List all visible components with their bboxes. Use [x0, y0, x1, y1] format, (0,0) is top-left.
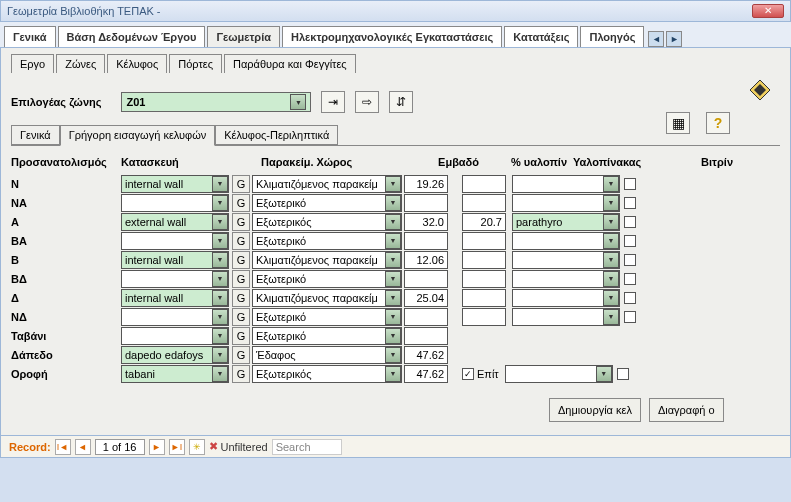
g-button[interactable]: G	[232, 194, 250, 212]
zone-action-2[interactable]: ⇨	[355, 91, 379, 113]
construction-select[interactable]: dapedo edafoys▼	[121, 346, 229, 364]
help-button[interactable]: ?	[706, 112, 730, 134]
glass-pct-field[interactable]: 20.7	[462, 213, 506, 231]
subtab-zones[interactable]: Ζώνες	[56, 54, 105, 73]
area-field[interactable]	[404, 308, 448, 326]
area-field[interactable]: 47.62	[404, 346, 448, 364]
construction-select[interactable]: ▼	[121, 194, 229, 212]
glass-pct-field[interactable]	[462, 175, 506, 193]
adjacent-select[interactable]: Εξωτερικό▼	[252, 232, 402, 250]
glass-table-select[interactable]: parathyro▼	[512, 213, 620, 231]
area-field[interactable]	[404, 270, 448, 288]
tab-project-db[interactable]: Βάση Δεδομένων Έργου	[58, 26, 206, 47]
roof-checkbox[interactable]	[617, 368, 629, 380]
area-field[interactable]: 12.06	[404, 251, 448, 269]
zone-selector[interactable]: Z01 ▼	[121, 92, 311, 112]
create-shell-button[interactable]: Δημιουργία κελ	[549, 398, 641, 422]
glass-table-select[interactable]: ▼	[512, 175, 620, 193]
g-button[interactable]: G	[232, 327, 250, 345]
subtab-project[interactable]: Εργο	[11, 54, 54, 73]
epit-checkbox[interactable]: ✓	[462, 368, 474, 380]
tab-scroll-right[interactable]: ►	[666, 31, 682, 47]
search-input[interactable]: Search	[272, 439, 342, 455]
g-button[interactable]: G	[232, 346, 250, 364]
g-button[interactable]: G	[232, 289, 250, 307]
glass-table-select[interactable]: ▼	[512, 251, 620, 269]
construction-select[interactable]: tabani▼	[121, 365, 229, 383]
subtab-windows[interactable]: Παράθυρα και Φεγγίτες	[224, 54, 356, 73]
construction-select[interactable]: ▼	[121, 270, 229, 288]
construction-select[interactable]: internal wall▼	[121, 251, 229, 269]
vitrine-checkbox[interactable]	[624, 254, 636, 266]
tab-ratings[interactable]: Κατατάξεις	[504, 26, 578, 47]
vitrine-checkbox[interactable]	[624, 273, 636, 285]
construction-select[interactable]: external wall▼	[121, 213, 229, 231]
construction-select[interactable]: internal wall▼	[121, 289, 229, 307]
construction-select[interactable]: ▼	[121, 232, 229, 250]
subtab-doors[interactable]: Πόρτες	[169, 54, 222, 73]
zone-action-3[interactable]: ⇵	[389, 91, 413, 113]
g-button[interactable]: G	[232, 308, 250, 326]
vitrine-checkbox[interactable]	[624, 178, 636, 190]
glass-table-select[interactable]: ▼	[512, 270, 620, 288]
adjacent-select[interactable]: Εξωτερικό▼	[252, 308, 402, 326]
g-button[interactable]: G	[232, 251, 250, 269]
adjacent-select[interactable]: Εξωτερικός▼	[252, 213, 402, 231]
area-field[interactable]: 25.04	[404, 289, 448, 307]
area-field[interactable]: 47.62	[404, 365, 448, 383]
glass-pct-field[interactable]	[462, 232, 506, 250]
record-last[interactable]: ►I	[169, 439, 185, 455]
vitrine-checkbox[interactable]	[624, 311, 636, 323]
calculator-button[interactable]: ▦	[666, 112, 690, 134]
g-button[interactable]: G	[232, 270, 250, 288]
vitrine-checkbox[interactable]	[624, 197, 636, 209]
vitrine-checkbox[interactable]	[624, 235, 636, 247]
tab-general[interactable]: Γενικά	[4, 26, 56, 47]
tab-mep[interactable]: Ηλεκτρομηχανολογικές Εγκαταστάσεις	[282, 26, 502, 47]
glass-table-select[interactable]: ▼	[512, 308, 620, 326]
filter-status[interactable]: Unfiltered	[221, 441, 268, 453]
adjacent-select[interactable]: Κλιματιζόμενος παρακείμ▼	[252, 289, 402, 307]
g-button[interactable]: G	[232, 365, 250, 383]
vitrine-checkbox[interactable]	[624, 292, 636, 304]
glass-table-select[interactable]: ▼	[512, 194, 620, 212]
area-field[interactable]: 19.26	[404, 175, 448, 193]
subtab-shell[interactable]: Κέλυφος	[107, 54, 167, 73]
record-position[interactable]: 1 of 16	[95, 439, 145, 455]
glass-pct-field[interactable]	[462, 194, 506, 212]
tab-geometry[interactable]: Γεωμετρία	[207, 26, 280, 47]
adjacent-select[interactable]: Εξωτερικός▼	[252, 365, 402, 383]
construction-select[interactable]: ▼	[121, 327, 229, 345]
record-prev[interactable]: ◄	[75, 439, 91, 455]
record-next[interactable]: ►	[149, 439, 165, 455]
adjacent-select[interactable]: Έδαφος▼	[252, 346, 402, 364]
record-first[interactable]: I◄	[55, 439, 71, 455]
area-field[interactable]	[404, 327, 448, 345]
glass-pct-field[interactable]	[462, 270, 506, 288]
g-button[interactable]: G	[232, 175, 250, 193]
innertab-general[interactable]: Γενικά	[11, 125, 60, 145]
record-new[interactable]: ✳	[189, 439, 205, 455]
vitrine-checkbox[interactable]	[624, 216, 636, 228]
adjacent-select[interactable]: Εξωτερικό▼	[252, 194, 402, 212]
tab-scroll-left[interactable]: ◄	[648, 31, 664, 47]
glass-pct-field[interactable]	[462, 289, 506, 307]
construction-select[interactable]: internal wall▼	[121, 175, 229, 193]
roof-extra-select[interactable]: ▼	[505, 365, 613, 383]
area-field[interactable]: 32.0	[404, 213, 448, 231]
adjacent-select[interactable]: Εξωτερικό▼	[252, 327, 402, 345]
glass-table-select[interactable]: ▼	[512, 232, 620, 250]
construction-select[interactable]: ▼	[121, 308, 229, 326]
zone-action-1[interactable]: ⇥	[321, 91, 345, 113]
adjacent-select[interactable]: Κλιματιζόμενος παρακείμ▼	[252, 175, 402, 193]
adjacent-select[interactable]: Κλιματιζόμενος παρακείμ▼	[252, 251, 402, 269]
area-field[interactable]	[404, 194, 448, 212]
glass-pct-field[interactable]	[462, 251, 506, 269]
g-button[interactable]: G	[232, 213, 250, 231]
area-field[interactable]	[404, 232, 448, 250]
innertab-shell-summary[interactable]: Κέλυφος-Περιληπτικά	[215, 125, 338, 145]
adjacent-select[interactable]: Εξωτερικό▼	[252, 270, 402, 288]
g-button[interactable]: G	[232, 232, 250, 250]
tab-navigator[interactable]: Πλοηγός	[580, 26, 644, 47]
innertab-quick-shell[interactable]: Γρήγορη εισαγωγή κελυφών	[60, 125, 216, 146]
